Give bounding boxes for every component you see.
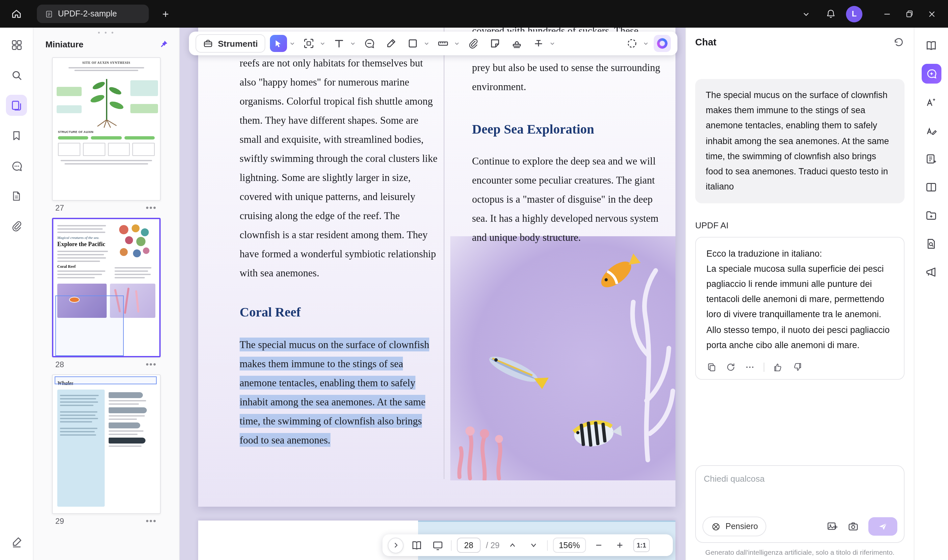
dislike-button[interactable] xyxy=(792,362,803,372)
thumbnail-page-28[interactable]: Magical creatures of the sea. Explore th… xyxy=(52,218,160,357)
ai-message-bubble: Ecco la traduzione in italiano: La speci… xyxy=(695,237,905,380)
strikeout-tool[interactable] xyxy=(530,35,547,52)
avatar[interactable]: L xyxy=(846,6,862,22)
expand-toolbar-button[interactable] xyxy=(388,537,404,553)
zoom-level-dropdown[interactable]: 156% xyxy=(553,538,586,553)
thumbnail-preview: SITE OF AUXIN SYNTHESIS xyxy=(53,61,160,165)
divider xyxy=(764,363,764,372)
comment-icon xyxy=(10,160,23,172)
thinking-toggle[interactable]: Pensiero xyxy=(703,517,767,536)
pin-icon[interactable] xyxy=(159,40,168,49)
reading-mode-button[interactable] xyxy=(430,537,446,553)
document-tools-button[interactable] xyxy=(6,186,27,207)
add-image-button[interactable] xyxy=(826,520,838,532)
history-icon[interactable] xyxy=(893,36,905,48)
reader-panel-button[interactable] xyxy=(921,35,941,55)
page-number-input[interactable] xyxy=(457,538,481,553)
ai-disclaimer: Generato dall'intelligenza artificiale, … xyxy=(686,543,914,560)
stamp-icon xyxy=(510,37,523,49)
page-navigation-bar: / 29 156% 1:1 xyxy=(382,534,673,556)
split-view-button[interactable] xyxy=(921,177,941,197)
ai-search-button[interactable] xyxy=(921,234,941,253)
ai-chat-panel-button[interactable] xyxy=(921,64,941,83)
thumbnail-page-29[interactable]: Whales xyxy=(52,374,160,514)
selected-paragraph[interactable]: The special mucus on the surface of clow… xyxy=(240,335,438,449)
copy-button[interactable] xyxy=(706,362,717,372)
lasso-icon xyxy=(626,37,638,49)
minimize-button[interactable] xyxy=(877,4,897,24)
screenshot-button[interactable] xyxy=(847,520,859,532)
thumbnail-more-button[interactable]: ••• xyxy=(146,361,157,368)
signature-button[interactable] xyxy=(6,531,27,552)
thumbnail-more-button[interactable]: ••• xyxy=(146,518,157,524)
viewport-indicator[interactable] xyxy=(55,376,157,384)
thumbnail-page-27[interactable]: SITE OF AUXIN SYNTHESIS xyxy=(52,57,160,201)
chevron-down-icon[interactable] xyxy=(423,40,430,47)
cursor-icon xyxy=(273,38,283,48)
notifications-button[interactable] xyxy=(821,4,841,24)
chevron-down-icon[interactable] xyxy=(549,40,555,47)
like-button[interactable] xyxy=(773,362,783,372)
chat-input[interactable] xyxy=(696,466,904,504)
zoom-in-button[interactable] xyxy=(612,537,628,553)
rewrite-icon xyxy=(925,124,937,137)
lasso-tool[interactable] xyxy=(623,35,641,52)
pen-tool[interactable] xyxy=(382,35,399,52)
comments-button[interactable] xyxy=(6,155,27,176)
snapshot-tool[interactable] xyxy=(300,35,317,52)
zoom-out-button[interactable] xyxy=(591,537,607,553)
announcement-button[interactable] xyxy=(921,262,941,282)
snapshot-icon xyxy=(302,37,314,49)
chevron-down-icon[interactable] xyxy=(453,40,460,47)
attachment-tool[interactable] xyxy=(464,35,482,52)
chevron-down-icon[interactable] xyxy=(289,40,295,47)
paperclip-icon xyxy=(467,38,479,49)
ai-translate-button[interactable] xyxy=(921,92,941,112)
text-tool[interactable] xyxy=(330,35,347,52)
new-tab-button[interactable] xyxy=(156,4,175,24)
chat-panel: Chat The special mucus on the surface of… xyxy=(685,28,914,560)
chat-message-list[interactable]: The special mucus on the surface of clow… xyxy=(686,57,914,458)
home-button[interactable] xyxy=(6,4,26,24)
dropdown-button[interactable] xyxy=(796,4,816,24)
more-button[interactable] xyxy=(745,362,755,372)
bookmarks-button[interactable] xyxy=(6,125,27,146)
text-icon xyxy=(333,37,345,49)
next-page-button[interactable] xyxy=(526,537,542,553)
apps-grid-button[interactable] xyxy=(6,34,27,55)
stamp-tool[interactable] xyxy=(508,35,525,52)
ai-rewrite-button[interactable] xyxy=(921,120,941,140)
minimize-icon xyxy=(882,9,892,19)
select-tool[interactable] xyxy=(270,35,287,52)
attachments-button[interactable] xyxy=(6,216,27,237)
comment-tool[interactable] xyxy=(361,35,378,52)
close-button[interactable] xyxy=(922,4,942,24)
thumbnails-button[interactable] xyxy=(6,95,27,116)
regenerate-button[interactable] xyxy=(726,362,736,372)
send-button[interactable] xyxy=(868,517,897,535)
chevron-down-icon[interactable] xyxy=(643,40,649,47)
actual-size-button[interactable]: 1:1 xyxy=(633,538,650,552)
panel-drag-handle[interactable]: • • • xyxy=(34,30,179,37)
chat-composer[interactable]: Pensiero xyxy=(695,465,905,543)
sticker-tool[interactable] xyxy=(486,35,503,52)
chevron-down-icon[interactable] xyxy=(319,40,325,47)
ai-files-button[interactable] xyxy=(921,205,941,225)
ai-assistant-tool[interactable] xyxy=(654,35,671,52)
page-layout-button[interactable] xyxy=(409,537,425,553)
document-viewport[interactable]: reefs are not only habitats for themselv… xyxy=(180,28,685,560)
bell-icon xyxy=(826,9,836,19)
maximize-button[interactable] xyxy=(899,4,919,24)
search-button[interactable] xyxy=(6,65,27,86)
thumbnail-more-button[interactable]: ••• xyxy=(146,204,157,211)
ai-form-button[interactable] xyxy=(921,149,941,168)
document-tab[interactable]: UPDF-2-sample xyxy=(37,5,149,23)
previous-page-button[interactable] xyxy=(505,537,521,553)
tools-button[interactable]: Strumenti xyxy=(196,34,265,53)
page-number-label: 27 xyxy=(55,203,64,212)
shape-tool[interactable] xyxy=(404,35,421,52)
viewport-indicator[interactable] xyxy=(55,295,124,356)
chevron-down-icon[interactable] xyxy=(349,40,356,47)
measure-tool[interactable] xyxy=(434,35,451,52)
tools-button-label: Strumenti xyxy=(218,38,258,48)
